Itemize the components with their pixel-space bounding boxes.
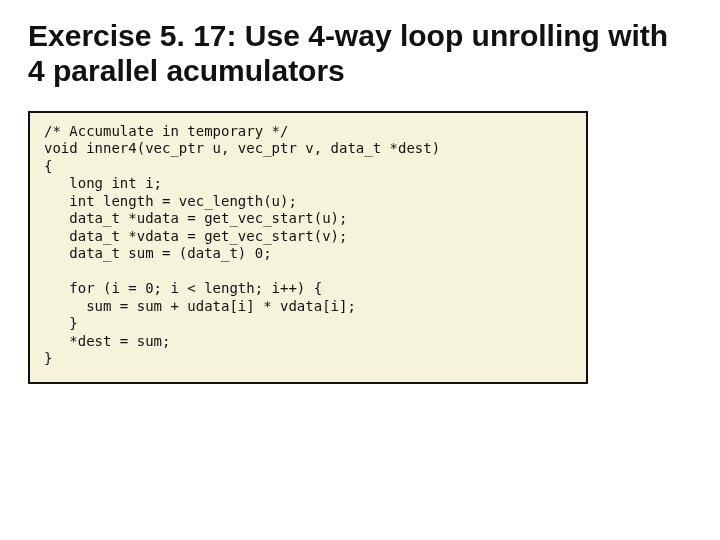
slide-title: Exercise 5. 17: Use 4-way loop unrolling…: [28, 18, 692, 89]
code-listing: /* Accumulate in temporary */ void inner…: [44, 123, 572, 368]
slide: Exercise 5. 17: Use 4-way loop unrolling…: [0, 0, 720, 540]
code-box: /* Accumulate in temporary */ void inner…: [28, 111, 588, 384]
